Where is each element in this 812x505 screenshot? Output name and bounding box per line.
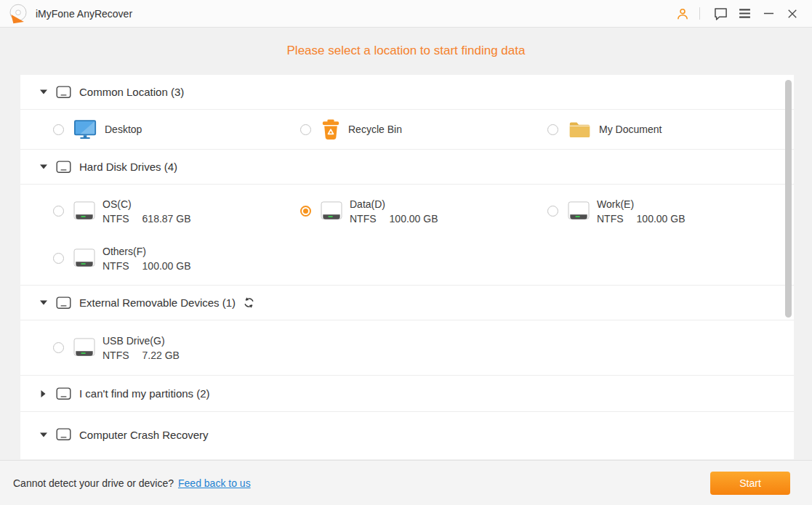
hard-drive-icon [73, 338, 96, 358]
section-label: I can't find my partitions (2) [79, 387, 210, 400]
drive-size: 100.00 GB [142, 260, 191, 272]
caret-down-icon[interactable] [39, 89, 47, 94]
close-icon[interactable] [783, 4, 802, 23]
app-logo-icon [7, 3, 29, 25]
drive-size: 100.00 GB [390, 213, 438, 225]
filesystem-label: NTFS [102, 260, 129, 272]
account-icon[interactable] [673, 4, 692, 23]
location-item-desktop[interactable]: Desktop [53, 120, 300, 140]
drive-item-usb-g[interactable]: USB Drive(G) NTFS7.22 GB [53, 335, 300, 361]
drive-outline-icon [56, 428, 71, 441]
drive-size: 100.00 GB [637, 213, 686, 225]
start-button[interactable]: Start [710, 472, 790, 495]
minimize-icon[interactable] [759, 4, 778, 23]
section-label: Common Location (3) [79, 86, 184, 98]
drive-outline-icon [56, 296, 71, 310]
radio-work-e[interactable] [547, 206, 558, 217]
radio-recycle-bin[interactable] [300, 124, 311, 135]
external-drives-row: USB Drive(G) NTFS7.22 GB [20, 320, 794, 376]
refresh-icon[interactable] [243, 296, 255, 309]
hard-drive-icon [73, 249, 96, 269]
footer-bar: Cannot detect your drive or device?Feed … [0, 460, 812, 505]
drive-item-os-c[interactable]: OS(C) NTFS618.87 GB [53, 198, 300, 225]
section-header-computer-crash-recovery[interactable]: Computer Crash Recovery [20, 412, 794, 457]
radio-os-c[interactable] [53, 206, 64, 217]
caret-down-icon[interactable] [39, 300, 47, 305]
filesystem-label: NTFS [102, 213, 129, 225]
section-header-hard-disk-drives[interactable]: Hard Disk Drives (4) [20, 150, 794, 185]
titlebar: iMyFone AnyRecover [0, 0, 812, 28]
filesystem-label: NTFS [597, 213, 624, 225]
section-label: External Removable Devices (1) [79, 296, 236, 309]
hard-drive-icon [73, 201, 96, 222]
filesystem-label: NTFS [350, 213, 377, 225]
drive-size: 618.87 GB [142, 213, 191, 225]
hard-drive-icon [567, 201, 590, 222]
caret-down-icon[interactable] [39, 164, 47, 169]
drive-row: Others(F) NTFS100.00 GB [20, 235, 794, 282]
footer-help-text: Cannot detect your drive or device?Feed … [13, 477, 251, 489]
drive-size: 7.22 GB [142, 350, 180, 361]
folder-icon [568, 121, 591, 139]
location-panel: Common Location (3) Desktop Recycle Bin … [20, 75, 794, 459]
desktop-icon [74, 120, 97, 140]
common-location-row: Desktop Recycle Bin My Document [20, 110, 794, 150]
drive-item-others-f[interactable]: Others(F) NTFS100.00 GB [53, 246, 300, 272]
titlebar-separator [699, 7, 700, 20]
drive-outline-icon [56, 86, 71, 99]
hard-disk-drives-group: OS(C) NTFS618.87 GB Data(D) NTFS100.00 G… [20, 185, 794, 286]
drive-outline-icon [56, 387, 71, 400]
radio-my-document[interactable] [547, 124, 558, 135]
page-title: Please select a location to start findin… [0, 28, 812, 74]
hard-drive-icon [320, 201, 343, 222]
caret-right-icon[interactable] [39, 390, 47, 397]
section-header-external-removable-devices[interactable]: External Removable Devices (1) [20, 286, 794, 320]
caret-down-icon[interactable] [39, 432, 47, 437]
menu-icon[interactable] [735, 4, 754, 23]
scrollbar-thumb[interactable] [785, 80, 792, 318]
drive-item-work-e[interactable]: Work(E) NTFS100.00 GB [547, 198, 794, 225]
location-item-my-document[interactable]: My Document [547, 121, 794, 139]
section-label: Computer Crash Recovery [79, 429, 209, 441]
section-header-cant-find-partitions[interactable]: I can't find my partitions (2) [20, 376, 794, 412]
radio-data-d[interactable] [300, 206, 311, 217]
section-label: Hard Disk Drives (4) [79, 161, 177, 173]
app-title: iMyFone AnyRecover [36, 8, 132, 20]
location-item-recycle-bin[interactable]: Recycle Bin [300, 119, 547, 140]
drive-outline-icon [56, 161, 71, 174]
drive-row: OS(C) NTFS618.87 GB Data(D) NTFS100.00 G… [20, 187, 794, 235]
feedback-link[interactable]: Feed back to us [178, 477, 251, 489]
filesystem-label: NTFS [102, 350, 129, 361]
section-header-common-location[interactable]: Common Location (3) [20, 75, 794, 110]
drive-item-data-d[interactable]: Data(D) NTFS100.00 GB [300, 198, 547, 225]
radio-others-f[interactable] [53, 253, 64, 264]
recycle-bin-icon [321, 119, 340, 140]
radio-usb-g[interactable] [53, 342, 64, 353]
chat-icon[interactable] [711, 4, 730, 23]
radio-desktop[interactable] [53, 124, 64, 135]
